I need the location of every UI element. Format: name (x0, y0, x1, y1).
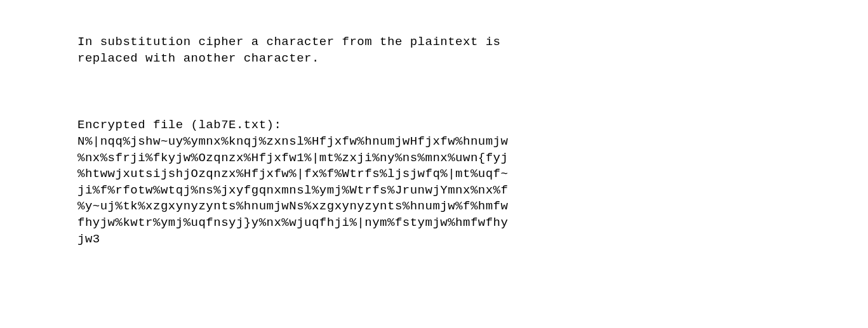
cipher-line-2: %nx%sfrji%fkyjw%Ozqnzx%Hfjxfw1%|mt%zxji%… (77, 150, 868, 167)
cipher-line-4: ji%f%rfotw%wtqj%ns%jxyfgqnxmnsl%ymj%Wtrf… (77, 183, 868, 199)
intro-line-1: In substitution cipher a character from … (77, 34, 868, 51)
intro-line-2: replaced with another character. (77, 51, 868, 67)
encrypted-file-label: Encrypted file (lab7E.txt): (77, 117, 868, 134)
cipher-line-7: jw3 (77, 232, 868, 248)
cipher-line-1: N%|nqq%jshw~uy%ymnx%knqj%zxnsl%Hfjxfw%hn… (77, 134, 868, 150)
cipher-line-5: %y~uj%tk%xzgxynyzynts%hnumjwNs%xzgxynyzy… (77, 199, 868, 215)
intro-paragraph: In substitution cipher a character from … (77, 34, 868, 67)
ciphertext-block: N%|nqq%jshw~uy%ymnx%knqj%zxnsl%Hfjxfw%hn… (77, 134, 868, 247)
cipher-line-6: fhyjw%kwtr%ymj%uqfnsyj}y%nx%wjuqfhji%|ny… (77, 215, 868, 232)
cipher-line-3: %htwwjxutsijshjOzqnzx%Hfjxfw%|fx%f%Wtrfs… (77, 166, 868, 183)
